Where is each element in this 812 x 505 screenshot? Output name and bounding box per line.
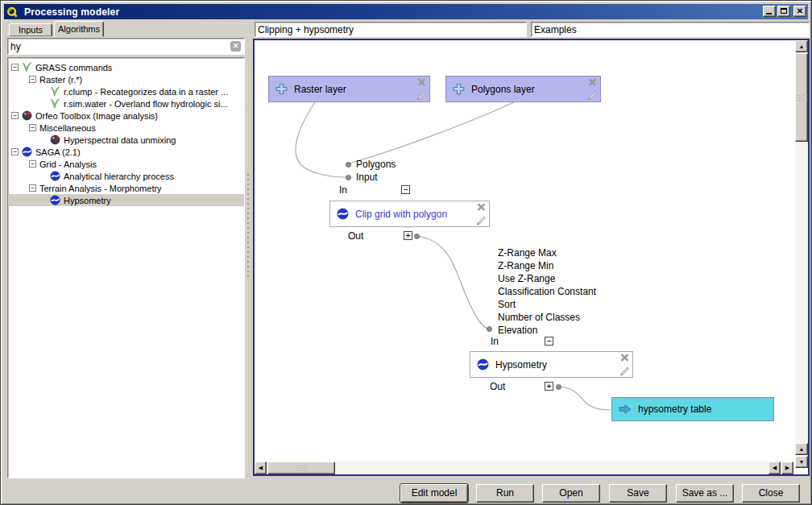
scroll-left-button-2[interactable]: ◀ — [768, 462, 781, 474]
clip-in-collapse-toggle[interactable]: − — [401, 185, 410, 194]
hyps-out-label: Out — [490, 381, 505, 392]
saga-icon — [50, 171, 60, 181]
search-input[interactable] — [10, 40, 220, 52]
model-name-field — [255, 22, 527, 37]
clip-out-expand-toggle[interactable]: + — [404, 231, 412, 240]
scroll-up-button-2[interactable]: ▲ — [795, 443, 808, 455]
hyps-out-expand-toggle[interactable]: + — [545, 382, 553, 391]
panel-splitter[interactable] — [246, 174, 250, 279]
tree-item-orfeo-toolbox[interactable]: − Orfeo Toolbox (Image analysis) — [8, 110, 244, 122]
save-as-button[interactable]: Save as ... — [676, 484, 734, 503]
save-button[interactable]: Save — [609, 484, 667, 503]
param-label: Classification Constant — [498, 286, 596, 297]
port-dot-input[interactable] — [346, 175, 351, 180]
arrow-right-icon: ▶ — [782, 462, 793, 474]
clip-in-label: In — [339, 184, 347, 196]
scroll-down-button[interactable]: ▼ — [795, 456, 808, 468]
edit-node-icon[interactable] — [619, 366, 630, 376]
delete-node-icon[interactable] — [619, 353, 630, 362]
grass-icon — [22, 62, 32, 72]
maximize-button[interactable] — [777, 6, 790, 17]
tree-item-saga[interactable]: − SAGA (2.1) — [8, 146, 244, 158]
model-name-input[interactable] — [258, 23, 524, 35]
tree-item-terrain-morphometry[interactable]: − Terrain Analysis - Morphometry — [8, 182, 244, 194]
minimize-button[interactable] — [763, 6, 776, 17]
param-label: Elevation — [498, 325, 537, 336]
delete-node-icon[interactable] — [587, 77, 598, 87]
arrow-up-icon: ▲ — [796, 41, 807, 52]
edit-node-icon[interactable] — [476, 216, 487, 226]
collapse-toggle[interactable]: − — [29, 124, 36, 131]
tree-item-hypsometry[interactable]: Hypsometry — [8, 194, 244, 206]
scroll-left-button[interactable]: ◀ — [255, 462, 267, 474]
output-node-hypsometry-table[interactable]: hypsometry table — [611, 397, 774, 421]
tree-item-hyperspectral-unmixing[interactable]: Hyperspectral data unmixing — [8, 134, 244, 146]
arrow-up-icon: ▲ — [796, 444, 807, 454]
collapse-toggle[interactable]: − — [11, 148, 19, 155]
algorithms-tree[interactable]: − GRASS commands − Raster (r.*) r.clump … — [7, 57, 245, 478]
port-label-polygons: Polygons — [356, 159, 396, 170]
tree-item-grid-analysis[interactable]: − Grid - Analysis — [8, 158, 244, 170]
model-canvas[interactable]: Raster layer Polygons layer Polygons Inp… — [253, 39, 810, 476]
thumb-grip — [796, 94, 807, 101]
clear-search-icon[interactable]: ✕ — [230, 41, 241, 52]
arrow-left-icon: ◀ — [255, 462, 266, 474]
output-arrow-icon — [619, 404, 632, 415]
tree-item-r-clump[interactable]: r.clump - Recategorizes data in a raster… — [8, 85, 244, 97]
title-bar[interactable]: Processing modeler ✕ — [4, 4, 808, 19]
port-dot-elevation[interactable] — [487, 326, 492, 332]
tree-item-analytical-hierarchy[interactable]: Analytical hierarchy process — [8, 170, 244, 182]
algorithm-search-box: ✕ — [7, 38, 245, 55]
port-dot-clip-out[interactable] — [414, 234, 420, 239]
param-label: Number of Classes — [498, 312, 580, 323]
param-label: Z-Range Max — [498, 247, 557, 259]
plus-input-icon — [276, 83, 288, 95]
collapse-toggle[interactable]: − — [11, 64, 19, 71]
collapse-toggle[interactable]: − — [29, 76, 36, 83]
clip-out-label: Out — [348, 230, 363, 242]
saga-icon — [477, 358, 489, 370]
param-label: Z-Range Min — [498, 260, 553, 271]
scroll-right-button[interactable]: ▶ — [781, 462, 793, 474]
delete-node-icon[interactable] — [416, 77, 427, 87]
plus-input-icon — [453, 83, 465, 95]
canvas-vertical-scrollbar[interactable]: ▲ ▲ ▼ — [795, 40, 808, 468]
tree-item-r-sim-water[interactable]: r.sim.water - Overland flow hydrologic s… — [8, 97, 244, 110]
close-button[interactable]: ✕ — [793, 6, 806, 17]
open-button[interactable]: Open — [542, 484, 600, 503]
run-button[interactable]: Run — [476, 484, 534, 503]
input-node-raster-layer[interactable]: Raster layer — [268, 76, 430, 102]
edit-model-help-button[interactable]: Edit model help — [400, 484, 468, 503]
tab-inputs[interactable]: Inputs — [9, 23, 52, 36]
hyps-in-label: In — [491, 336, 499, 347]
collapse-toggle[interactable]: − — [11, 112, 19, 119]
thumb-grip — [296, 465, 307, 471]
model-group-input[interactable] — [534, 23, 806, 35]
edit-node-icon[interactable] — [416, 91, 427, 101]
canvas-horizontal-scrollbar[interactable]: ◀ ◀ ▶ — [255, 462, 793, 474]
saga-icon — [22, 147, 32, 157]
tree-item-grass-commands[interactable]: − GRASS commands — [8, 61, 244, 73]
delete-node-icon[interactable] — [476, 202, 487, 212]
tab-algorithms[interactable]: Algorithms — [54, 21, 104, 37]
arrow-down-icon: ▼ — [796, 457, 807, 467]
saga-icon — [337, 208, 349, 220]
edit-node-icon[interactable] — [587, 91, 598, 101]
algorithm-node-clip-grid[interactable]: Clip grid with polygon — [329, 201, 490, 227]
scroll-up-button[interactable]: ▲ — [795, 40, 808, 52]
tree-item-miscellaneous[interactable]: − Miscellaneous — [8, 122, 244, 134]
arrow-left-icon: ◀ — [769, 462, 780, 474]
qgis-app-icon — [6, 6, 18, 18]
port-dot-hyps-out[interactable] — [556, 384, 561, 390]
hyps-in-collapse-toggle[interactable]: − — [545, 337, 553, 346]
param-label: Sort — [498, 299, 516, 310]
tree-item-raster-group[interactable]: − Raster (r.*) — [8, 73, 244, 85]
collapse-toggle[interactable]: − — [29, 160, 36, 168]
close-dialog-button[interactable]: Close — [742, 484, 800, 503]
collapse-toggle[interactable]: − — [29, 184, 36, 192]
port-dot-polygons[interactable] — [346, 162, 351, 168]
input-node-polygons-layer[interactable]: Polygons layer — [445, 76, 601, 102]
algorithm-node-hypsometry[interactable]: Hypsometry — [470, 351, 633, 378]
vertical-scroll-thumb[interactable] — [795, 53, 808, 142]
horizontal-scroll-thumb[interactable] — [267, 462, 335, 474]
